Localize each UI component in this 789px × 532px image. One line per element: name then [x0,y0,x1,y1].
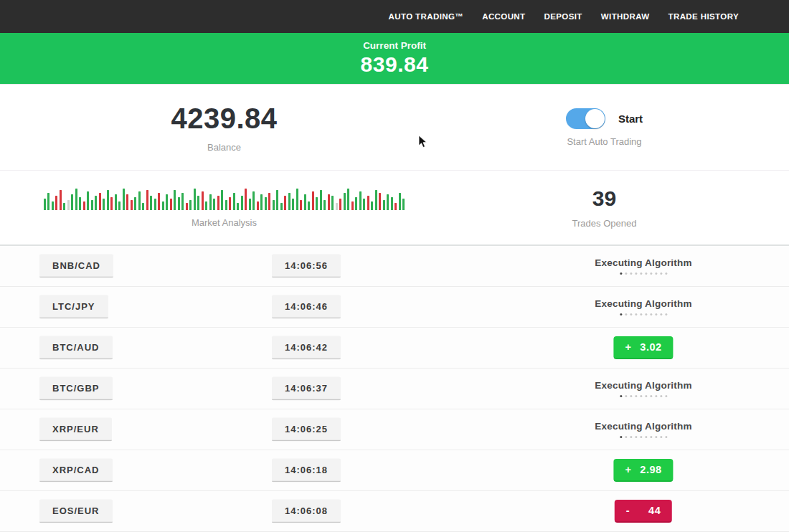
progress-dot [625,436,627,438]
pair-badge: XRP/CAD [39,459,113,483]
progress-dot [630,436,632,438]
progress-dot [655,436,657,438]
nav-item-trade-history[interactable]: TRADE HISTORY [668,12,740,21]
progress-dots [595,313,691,315]
current-profit-label: Current Profit [0,40,789,51]
time-badge: 14:06:25 [272,418,341,442]
result-sign: + [625,464,631,475]
time-badge: 14:06:46 [272,295,341,319]
progress-dot [660,395,662,397]
progress-dot [630,272,632,275]
executing-status: Executing Algorithm [595,421,691,438]
progress-dot [665,313,667,315]
stats-row-balance: 4239.84 Balance Start Start Auto Trading [0,85,789,171]
progress-dot [635,272,637,275]
pair-badge: BNB/CAD [39,255,113,278]
trades-opened-label: Trades Opened [572,218,637,229]
progress-dot [650,272,652,275]
time-badge: 14:06:08 [272,500,341,523]
nav-item-auto-trading[interactable]: AUTO TRADING™ [389,12,464,21]
progress-dots [595,395,691,397]
progress-dot [625,313,627,315]
progress-dot [645,436,647,438]
result-amount: 3.02 [640,341,661,353]
progress-dot [660,313,662,315]
progress-dots [595,272,691,275]
progress-dot [655,313,657,315]
table-row: BNB/CAD 14:06:56 Executing Algorithm [0,246,789,287]
pair-badge: XRP/EUR [39,418,112,442]
table-row: XRP/CAD 14:06:18 + 2.98 [0,450,789,491]
table-row: LTC/JPY 14:06:46 Executing Algorithm [0,287,789,328]
pair-badge: BTC/GBP [39,377,113,401]
time-badge: 14:06:37 [272,377,341,401]
result-badge: - 44 [615,500,672,523]
progress-dot [660,436,662,438]
progress-dot [645,395,647,397]
progress-dot [665,436,667,438]
progress-dot [640,272,642,275]
nav-item-account[interactable]: ACCOUNT [482,12,525,21]
progress-dot [625,395,627,397]
current-profit-value: 839.84 [0,52,789,77]
progress-dot [620,395,622,397]
executing-status: Executing Algorithm [595,257,691,275]
progress-dot [655,395,657,397]
progress-dot [665,272,667,275]
table-row: EOS/EUR 14:06:08 - 44 [0,491,789,532]
executing-label: Executing Algorithm [595,298,691,309]
nav-item-withdraw[interactable]: WITHDRAW [601,12,650,21]
pair-badge: BTC/AUD [39,336,113,360]
progress-dot [630,313,632,315]
table-row: XRP/EUR 14:06:25 Executing Algorithm [0,409,789,450]
time-badge: 14:06:56 [272,255,341,278]
progress-dot [645,313,647,315]
toggle-knob [585,109,605,128]
progress-dot [650,313,652,315]
stats-row-market: Market Analysis 39 Trades Opened [0,171,789,246]
pair-badge: EOS/EUR [39,500,113,523]
status-cell: Executing Algorithm [595,298,691,315]
result-amount: 44 [648,505,661,516]
balance-label: Balance [207,142,241,153]
progress-dot [620,313,622,315]
time-badge: 14:06:42 [272,336,341,360]
balance-value: 4239.84 [171,103,277,135]
progress-dot [645,272,647,275]
result-sign: - [626,505,630,516]
progress-dot [625,272,627,275]
executing-label: Executing Algorithm [595,257,691,268]
status-cell: + 3.02 [613,336,673,359]
progress-dot [620,436,622,438]
auto-trading-label: Start Auto Trading [567,136,641,147]
status-cell: Executing Algorithm [595,421,691,438]
progress-dot [640,395,642,397]
toggle-label: Start [618,113,643,125]
current-profit-banner: Current Profit 839.84 [0,33,789,85]
progress-dot [655,272,657,275]
executing-status: Executing Algorithm [595,298,691,315]
progress-dot [635,395,637,397]
nav-item-deposit[interactable]: DEPOSIT [544,12,582,21]
progress-dot [660,272,662,275]
status-cell: Executing Algorithm [595,380,691,397]
table-row: BTC/AUD 14:06:42 + 3.02 [0,328,789,369]
auto-trading-toggle[interactable] [566,108,605,129]
executing-label: Executing Algorithm [595,421,691,432]
status-cell: - 44 [615,500,672,523]
result-sign: + [625,341,631,353]
progress-dot [630,395,632,397]
progress-dot [650,395,652,397]
progress-dot [635,313,637,315]
executing-status: Executing Algorithm [595,380,691,397]
trades-list: BNB/CAD 14:06:56 Executing Algorithm LTC… [0,246,789,532]
progress-dot [665,395,667,397]
progress-dot [640,436,642,438]
progress-dot [640,313,642,315]
progress-dot [650,436,652,438]
progress-dot [620,272,622,275]
status-cell: Executing Algorithm [595,257,691,275]
progress-dots [595,436,691,438]
executing-label: Executing Algorithm [595,380,691,391]
progress-dot [635,436,637,438]
